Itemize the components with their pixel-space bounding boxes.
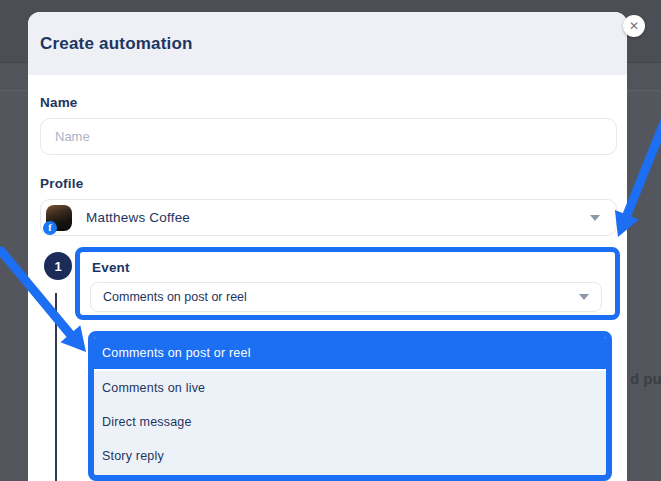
dropdown-option-direct-message[interactable]: Direct message — [94, 405, 606, 439]
facebook-badge-icon: f — [43, 221, 57, 235]
screen: d pu Create automation Name Profile f Ma… — [0, 0, 661, 481]
modal-title: Create automation — [40, 34, 193, 54]
close-icon: ✕ — [629, 19, 639, 33]
chevron-down-icon — [579, 294, 589, 300]
close-button[interactable]: ✕ — [623, 15, 645, 37]
event-label: Event — [92, 260, 606, 275]
profile-select[interactable]: f Matthews Coffee — [40, 199, 617, 236]
event-options-dropdown: Comments on post or reel Comments on liv… — [88, 331, 612, 481]
dropdown-option-story-reply[interactable]: Story reply — [94, 439, 606, 473]
modal-header: Create automation — [28, 12, 627, 75]
chevron-down-icon — [590, 215, 600, 221]
profile-selected-name: Matthews Coffee — [86, 210, 190, 225]
name-field-label: Name — [40, 95, 78, 110]
name-input[interactable] — [40, 118, 617, 155]
profile-avatar: f — [46, 205, 72, 231]
step-connector-line — [55, 293, 57, 481]
step-number-badge: 1 — [44, 252, 72, 280]
event-selected-value: Comments on post or reel — [103, 290, 247, 304]
profile-field-label: Profile — [40, 176, 83, 191]
event-select[interactable]: Comments on post or reel — [90, 282, 602, 312]
event-section: Event Comments on post or reel — [75, 247, 620, 320]
underlying-page-text-fragment: d pu — [630, 370, 661, 387]
dropdown-option-comments-post-reel[interactable]: Comments on post or reel — [94, 337, 606, 371]
create-automation-modal: Create automation Name Profile f Matthew… — [28, 12, 627, 481]
dropdown-option-comments-live[interactable]: Comments on live — [94, 371, 606, 405]
